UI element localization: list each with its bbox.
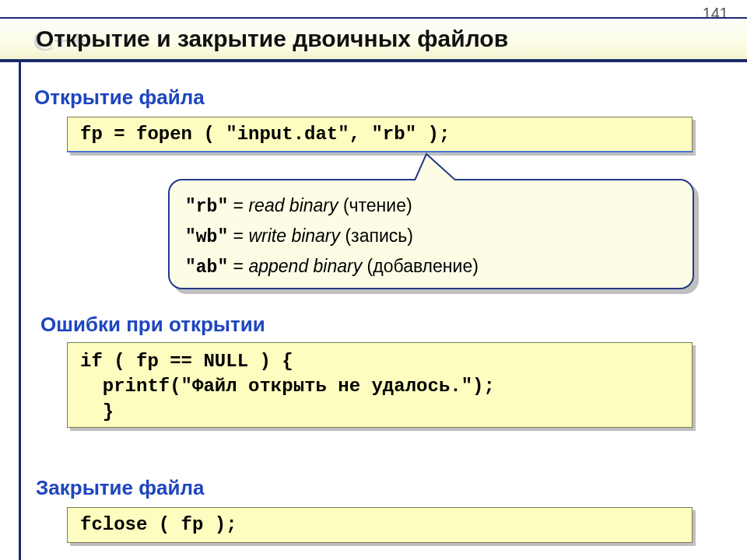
section-errors-heading: Ошибки при открытии — [40, 313, 265, 337]
mode-code: "ab" — [185, 257, 228, 278]
section-close-heading: Закрытие файла — [36, 476, 204, 500]
code-open: fp = fopen ( "input.dat", "rb" ); — [67, 117, 693, 152]
mode-code: "rb" — [185, 197, 228, 217]
mode-eq: = — [228, 226, 248, 246]
mode-row: "ab" = append binary (добавление) — [185, 252, 677, 282]
mode-eq: = — [228, 256, 248, 276]
code-error: if ( fp == NULL ) { printf("Файл открыть… — [67, 342, 693, 428]
code-close: fclose ( fp ); — [67, 507, 693, 543]
page-title: Открытие и закрытие двоичных файлов — [36, 26, 508, 52]
mode-row: "wb" = write binary (запись) — [185, 222, 677, 252]
svg-marker-0 — [414, 154, 458, 182]
mode-desc: read binary — [248, 195, 338, 215]
mode-row: "rb" = read binary (чтение) — [185, 191, 677, 222]
mode-note: (запись) — [340, 226, 413, 246]
modes-callout: "rb" = read binary (чтение) "wb" = write… — [168, 179, 694, 289]
title-bar: C++ Открытие и закрытие двоичных файлов — [0, 17, 747, 62]
left-rule — [19, 62, 21, 560]
mode-eq: = — [228, 195, 248, 215]
mode-desc: write binary — [248, 226, 340, 246]
section-open-heading: Открытие файла — [34, 86, 205, 110]
callout-pointer — [412, 152, 467, 184]
mode-note: (добавление) — [362, 256, 479, 276]
mode-desc: append binary — [248, 256, 362, 276]
svg-rect-1 — [412, 180, 467, 185]
mode-note: (чтение) — [338, 195, 412, 215]
mode-code: "wb" — [185, 227, 228, 247]
